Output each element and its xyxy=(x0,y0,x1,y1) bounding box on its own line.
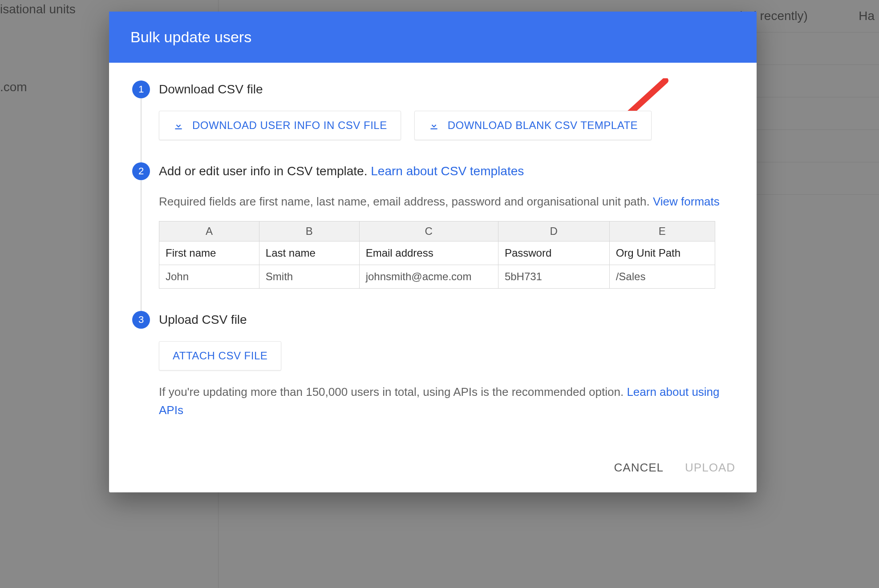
table-cell: johnsmith@acme.com xyxy=(359,265,498,289)
step-2-title: Add or edit user info in CSV template. L… xyxy=(159,162,733,180)
step-3-note: If you're updating more than 150,000 use… xyxy=(159,383,733,419)
step-3-note-text: If you're updating more than 150,000 use… xyxy=(159,385,627,399)
csv-example-table: A B C D E First name Last name Email add… xyxy=(159,221,715,289)
table-cell: John xyxy=(159,265,259,289)
download-user-info-button[interactable]: DOWNLOAD USER INFO IN CSV FILE xyxy=(159,111,401,140)
dialog-actions: CANCEL UPLOAD xyxy=(109,447,757,492)
download-icon xyxy=(428,120,440,131)
table-row: John Smith johnsmith@acme.com 5bH731 /Sa… xyxy=(159,265,715,289)
step-number-badge: 2 xyxy=(132,162,150,180)
col-letter: C xyxy=(359,222,498,242)
step-number-badge: 1 xyxy=(132,81,150,98)
upload-button[interactable]: UPLOAD xyxy=(685,461,735,475)
col-letter: D xyxy=(498,222,609,242)
step-2-subtext: Required fields are first name, last nam… xyxy=(159,193,733,210)
step-connector-line xyxy=(141,180,142,315)
step-1: 1 Download CSV file DOWNLOAD USER INFO I… xyxy=(132,81,733,162)
attach-csv-button[interactable]: ATTACH CSV FILE xyxy=(159,341,281,371)
table-row: First name Last name Email address Passw… xyxy=(159,242,715,265)
step-2-sub-text: Required fields are first name, last nam… xyxy=(159,195,653,208)
step-1-title: Download CSV file xyxy=(159,81,733,98)
table-header-cell: Password xyxy=(498,242,609,265)
learn-csv-templates-link[interactable]: Learn about CSV templates xyxy=(371,164,524,178)
col-letter: A xyxy=(159,222,259,242)
button-label: DOWNLOAD BLANK CSV TEMPLATE xyxy=(448,119,638,132)
view-formats-link[interactable]: View formats xyxy=(653,195,720,208)
table-header-cell: Org Unit Path xyxy=(609,242,715,265)
cancel-button[interactable]: CANCEL xyxy=(614,461,664,475)
step-2: 2 Add or edit user info in CSV template.… xyxy=(132,162,733,311)
table-cell: 5bH731 xyxy=(498,265,609,289)
table-header-cell: Last name xyxy=(259,242,359,265)
table-header-cell: Email address xyxy=(359,242,498,265)
step-3-title: Upload CSV file xyxy=(159,311,733,329)
download-blank-template-button[interactable]: DOWNLOAD BLANK CSV TEMPLATE xyxy=(414,111,652,140)
step-number-badge: 3 xyxy=(132,311,150,329)
button-label: ATTACH CSV FILE xyxy=(173,350,267,362)
button-label: DOWNLOAD USER INFO IN CSV FILE xyxy=(192,119,387,132)
table-cell: Smith xyxy=(259,265,359,289)
dialog-title: Bulk update users xyxy=(109,12,757,63)
step-3: 3 Upload CSV file ATTACH CSV FILE If you… xyxy=(132,311,733,434)
table-header-cell: First name xyxy=(159,242,259,265)
table-cell: /Sales xyxy=(609,265,715,289)
bulk-update-users-dialog: Bulk update users 1 Download CSV file DO… xyxy=(109,12,757,492)
col-letter: B xyxy=(259,222,359,242)
step-2-title-text: Add or edit user info in CSV template. xyxy=(159,164,371,178)
step-connector-line xyxy=(141,98,142,167)
download-icon xyxy=(173,120,184,131)
col-letter: E xyxy=(609,222,715,242)
